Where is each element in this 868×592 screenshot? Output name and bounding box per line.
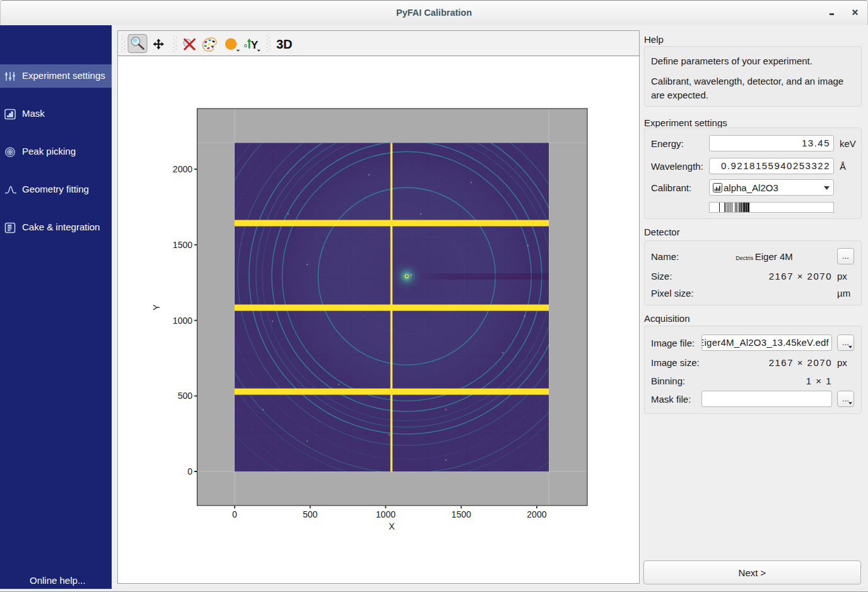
svg-text:500: 500 xyxy=(303,509,318,519)
svg-text:1000: 1000 xyxy=(173,316,192,326)
svg-text:Y: Y xyxy=(151,304,161,311)
svg-text:0: 0 xyxy=(232,509,237,519)
svg-text:1500: 1500 xyxy=(173,240,192,250)
svg-text:0: 0 xyxy=(244,43,247,49)
svg-text:Y: Y xyxy=(251,39,259,51)
svg-text:1500: 1500 xyxy=(452,509,471,519)
svg-text:500: 500 xyxy=(178,391,193,401)
svg-text:X: X xyxy=(389,521,395,531)
svg-text:2000: 2000 xyxy=(527,509,546,519)
svg-text:2000: 2000 xyxy=(173,164,192,174)
svg-text:3D: 3D xyxy=(276,37,293,51)
svg-text:0: 0 xyxy=(187,466,192,477)
svg-text:1000: 1000 xyxy=(376,509,396,519)
